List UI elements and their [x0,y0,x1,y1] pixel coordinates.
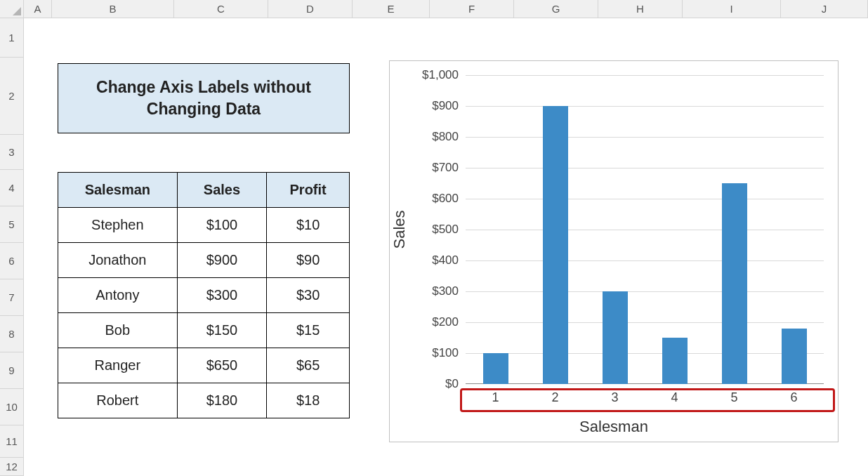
cell-profit[interactable]: $90 [267,243,350,278]
y-tick-label: $800 [402,130,459,144]
gridline [466,291,824,292]
cell-sales[interactable]: $300 [177,278,267,313]
header-salesman[interactable]: Salesman [58,173,178,208]
cell-salesman[interactable]: Jonathon [58,243,178,278]
row-header-1[interactable]: 1 [0,18,24,58]
x-tick-label: 1 [482,390,510,405]
bar[interactable] [662,338,688,384]
column-header-J[interactable]: J [781,0,868,18]
row-header-3[interactable]: 3 [0,135,24,170]
cell-sales[interactable]: $180 [177,383,267,418]
column-header-I[interactable]: I [683,0,781,18]
chart-object[interactable]: 123456 $0$100$200$300$400$500$600$700$80… [389,60,839,442]
gridline [466,353,824,354]
bar[interactable] [483,353,508,384]
gridline [466,168,824,168]
table-row[interactable]: Stephen$100$10 [58,208,350,243]
cell-sales[interactable]: $150 [177,313,267,348]
select-all-corner[interactable] [0,0,24,18]
plot-area: 123456 [466,75,824,384]
column-header-A[interactable]: A [24,0,52,18]
bar[interactable] [782,329,807,384]
y-tick-label: $600 [402,192,459,206]
table-row[interactable]: Robert$180$18 [58,383,350,418]
cell-sales[interactable]: $100 [177,208,267,243]
title-text: Change Axis Labels without Changing Data [67,77,341,120]
gridline [466,322,824,323]
cell-salesman[interactable]: Robert [58,383,178,418]
row-header-10[interactable]: 10 [0,389,24,425]
cell-salesman[interactable]: Ranger [58,348,178,383]
column-header-F[interactable]: F [430,0,514,18]
y-tick-label: $400 [402,253,459,267]
y-tick-label: $200 [402,315,459,329]
x-axis-highlight-box [460,388,835,412]
gridline [466,230,824,230]
header-profit[interactable]: Profit [267,173,350,208]
y-tick-label: $900 [402,99,459,113]
column-header-D[interactable]: D [268,0,353,18]
row-header-4[interactable]: 4 [0,170,24,206]
cell-salesman[interactable]: Bob [58,313,178,348]
cell-profit[interactable]: $15 [267,313,350,348]
cell-sales[interactable]: $900 [177,243,267,278]
y-tick-label: $1,000 [402,68,459,82]
row-header-7[interactable]: 7 [0,279,24,316]
title-merged-cell[interactable]: Change Axis Labels without Changing Data [58,63,350,133]
y-tick-label: $500 [402,223,459,237]
gridline [466,137,824,138]
column-header-C[interactable]: C [174,0,268,18]
header-sales[interactable]: Sales [177,173,267,208]
row-header-8[interactable]: 8 [0,316,24,352]
column-header-E[interactable]: E [353,0,430,18]
y-axis-title: Sales [390,210,409,249]
column-header-G[interactable]: G [514,0,598,18]
row-header-6[interactable]: 6 [0,243,24,279]
x-tick-label: 3 [601,390,629,405]
x-tick-label: 2 [541,390,570,405]
gridline [466,75,824,76]
table-row[interactable]: Jonathon$900$90 [58,243,350,278]
row-header-12[interactable]: 12 [0,458,24,476]
gridline [466,106,824,107]
table-row[interactable]: Antony$300$30 [58,278,350,313]
x-axis-title: Salesman [390,418,838,436]
x-axis-line [466,383,824,384]
column-header-B[interactable]: B [52,0,174,18]
cell-sales[interactable]: $650 [177,348,267,383]
y-tick-label: $0 [402,377,459,391]
cell-salesman[interactable]: Stephen [58,208,178,243]
x-tick-label: 5 [721,390,749,405]
bar[interactable] [603,291,628,384]
data-table[interactable]: Salesman Sales Profit Stephen$100$10Jona… [58,172,350,418]
bar[interactable] [543,106,568,384]
row-header-9[interactable]: 9 [0,352,24,389]
gridline [466,199,824,199]
gridline [466,260,824,261]
x-tick-label: 6 [780,390,808,405]
y-tick-label: $300 [402,284,459,298]
row-header-11[interactable]: 11 [0,425,24,458]
table-row[interactable]: Bob$150$15 [58,313,350,348]
worksheet[interactable]: ABCDEFGHIJ 123456789101112 Change Axis L… [0,0,868,476]
x-tick-label: 4 [661,390,689,405]
column-header-H[interactable]: H [598,0,683,18]
row-header-2[interactable]: 2 [0,58,24,135]
bar[interactable] [722,183,747,384]
row-header-5[interactable]: 5 [0,206,24,243]
cell-profit[interactable]: $18 [267,383,350,418]
cell-salesman[interactable]: Antony [58,278,178,313]
cell-profit[interactable]: $10 [267,208,350,243]
y-tick-label: $700 [402,161,459,175]
y-tick-label: $100 [402,346,459,360]
cell-profit[interactable]: $30 [267,278,350,313]
cell-profit[interactable]: $65 [267,348,350,383]
table-row[interactable]: Ranger$650$65 [58,348,350,383]
